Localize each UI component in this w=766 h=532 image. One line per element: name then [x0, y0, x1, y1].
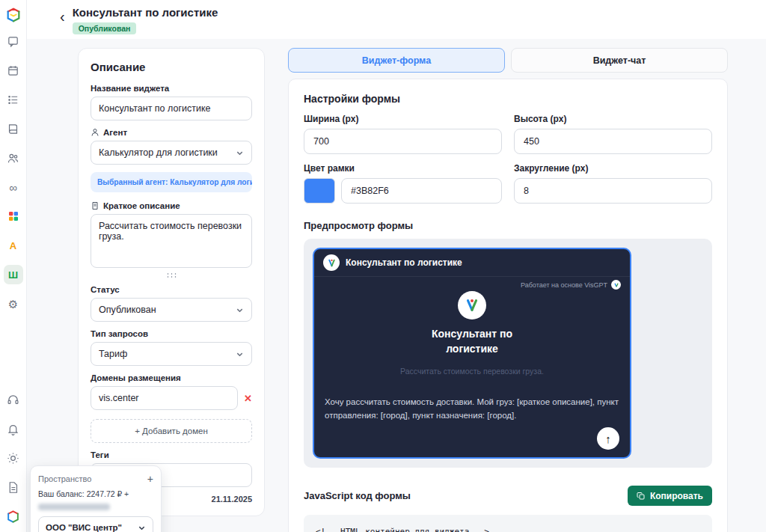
- sidebar: ∞ A Ш ⚙: [0, 0, 27, 532]
- request-type-select[interactable]: Тариф: [91, 342, 252, 366]
- widget-logo-large-icon: [458, 291, 486, 319]
- description-title: Описание: [91, 61, 252, 73]
- form-preview-container: Консультант по логистике Работает на осн…: [304, 239, 712, 468]
- widget-preview: Консультант по логистике Работает на осн…: [313, 248, 631, 459]
- app-sh-icon-active[interactable]: Ш: [4, 265, 23, 284]
- domains-label: Домены размещения: [91, 373, 252, 382]
- status-select[interactable]: Опубликован: [91, 298, 252, 322]
- radius-input[interactable]: [514, 178, 712, 204]
- height-input[interactable]: [514, 129, 712, 154]
- powered-by: Работает на основе VisGPT: [314, 277, 630, 290]
- gear-icon[interactable]: ⚙: [4, 294, 23, 314]
- infinity-icon[interactable]: ∞: [4, 177, 23, 197]
- widget-hero: Консультант по логистике Рассчитать стои…: [314, 291, 630, 376]
- description-panel: Описание Название виджета Агент Калькуля…: [78, 48, 265, 516]
- width-label: Ширина (px): [304, 114, 502, 124]
- border-color-label: Цвет рамки: [304, 163, 502, 174]
- agent-select[interactable]: Калькулятор для логистики: [91, 141, 252, 165]
- tags-label: Теги: [91, 450, 252, 459]
- copy-icon: [637, 492, 646, 501]
- domain-input[interactable]: [91, 386, 238, 410]
- widget-name-label: Название виджета: [91, 84, 252, 93]
- border-color-input[interactable]: [341, 178, 502, 204]
- document-icon[interactable]: [4, 477, 23, 497]
- selected-agent-banner: Выбранный агент: Калькулятор для логисти…: [91, 172, 252, 192]
- widget-tabs: Виджет-форма Виджет-чат: [288, 48, 728, 73]
- agent-icon: [91, 128, 99, 137]
- visgpt-logo-icon: [611, 280, 621, 290]
- short-description-textarea[interactable]: Рассчитать стоимость перевозки груза.: [91, 214, 252, 268]
- status-badge: Опубликован: [73, 22, 137, 34]
- widget-logo-icon: [323, 254, 340, 271]
- blurred-text: [38, 504, 110, 510]
- send-button[interactable]: ↑: [597, 427, 619, 450]
- width-input[interactable]: [304, 129, 502, 154]
- chevron-down-icon: [236, 350, 244, 358]
- app-logo-bottom-icon[interactable]: [4, 507, 23, 526]
- js-code-block[interactable]: <!-- HTML контейнер для виджета --> <div…: [304, 515, 712, 532]
- widget-settings-column: Виджет-форма Виджет-чат Настройки формы …: [288, 48, 728, 532]
- page-title: Консультант по логистике: [73, 6, 218, 19]
- widget-input-placeholder: Хочу рассчитать стоимость доставки. Мой …: [325, 396, 619, 423]
- content-area: Описание Название виджета Агент Калькуля…: [27, 39, 766, 532]
- note-icon: [91, 201, 99, 210]
- apps-icon[interactable]: [4, 207, 23, 226]
- balance-text: Ваш баланс: 2247.72 ₽ +: [38, 489, 153, 498]
- workspace-popup: Пространство + Ваш баланс: 2247.72 ₽ + О…: [30, 465, 162, 532]
- code-line-1: <!-- HTML контейнер для виджета -->: [316, 527, 489, 532]
- widget-input-area[interactable]: Хочу рассчитать стоимость доставки. Мой …: [314, 388, 630, 457]
- page-header: ‹ Консультант по логистике Опубликован: [27, 0, 766, 39]
- agent-label: Агент: [91, 128, 252, 137]
- back-button[interactable]: ‹: [60, 9, 65, 24]
- resize-grip[interactable]: [166, 272, 177, 278]
- chevron-down-icon: [236, 306, 244, 314]
- widget-hero-subtitle: Рассчитать стоимость перевозки груза.: [400, 367, 544, 376]
- sidebar-nav: ∞ A Ш ⚙: [4, 31, 23, 314]
- status-label: Статус: [91, 285, 252, 294]
- request-type-label: Тип запросов: [91, 329, 252, 338]
- app-logo-icon[interactable]: [4, 6, 22, 24]
- widget-name-input[interactable]: [91, 97, 252, 120]
- chevron-down-icon: [236, 149, 244, 157]
- short-description-label: Краткое описание: [91, 201, 252, 210]
- form-settings-card: Настройки формы Ширина (px) Высота (px) …: [288, 79, 728, 532]
- form-settings-title: Настройки формы: [304, 93, 712, 105]
- radius-label: Закругление (px): [514, 163, 712, 174]
- add-workspace-button[interactable]: +: [147, 473, 153, 485]
- preview-title: Предпросмотр формы: [304, 220, 712, 231]
- chat-icon[interactable]: [4, 31, 23, 51]
- tab-widget-form[interactable]: Виджет-форма: [288, 48, 505, 73]
- sidebar-bottom: [4, 390, 23, 526]
- support-headset-icon[interactable]: [4, 390, 23, 409]
- bell-icon[interactable]: [4, 419, 23, 438]
- remove-domain-button[interactable]: ✕: [244, 393, 252, 404]
- js-code-title: JavaScript код формы: [304, 490, 411, 501]
- color-swatch[interactable]: [304, 178, 335, 204]
- widget-header: Консультант по логистике: [314, 249, 630, 277]
- chevron-down-icon: [138, 524, 146, 532]
- widget-hero-title: Консультант по логистике: [411, 326, 534, 357]
- organization-select[interactable]: ООО "ВИС центр": [38, 516, 153, 532]
- calendar-icon[interactable]: [4, 61, 23, 80]
- list-icon[interactable]: [4, 90, 23, 109]
- copy-code-button[interactable]: Копировать: [628, 486, 712, 506]
- app-a-icon[interactable]: A: [4, 236, 23, 255]
- theme-sun-icon[interactable]: [4, 448, 23, 468]
- users-icon[interactable]: [4, 148, 23, 168]
- add-domain-button[interactable]: + Добавить домен: [91, 419, 252, 443]
- height-label: Высота (px): [514, 114, 712, 124]
- widget-header-title: Консультант по логистике: [346, 257, 462, 268]
- tab-widget-chat[interactable]: Виджет-чат: [511, 48, 728, 73]
- workspace-label: Пространство: [38, 474, 91, 483]
- book-icon[interactable]: [4, 119, 23, 138]
